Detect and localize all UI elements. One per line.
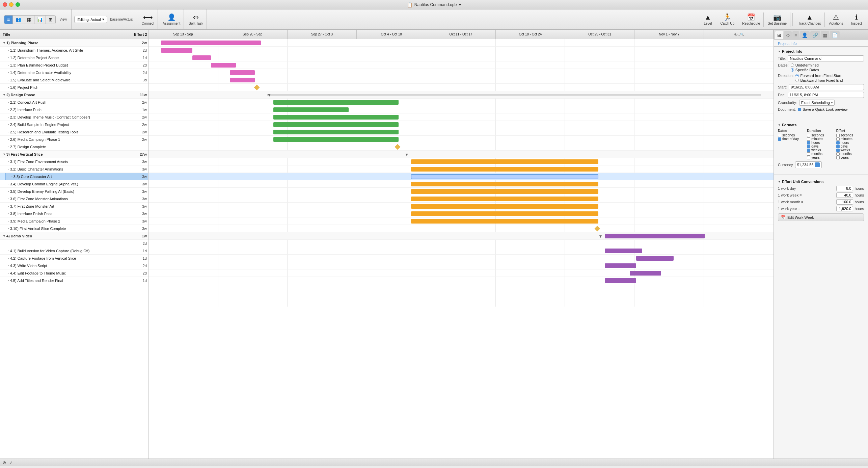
people-view-btn[interactable]: 👥 <box>13 16 24 24</box>
workmonth-hours-input[interactable] <box>836 199 853 205</box>
task-row[interactable]: • 3.6) First Zone Monster Animations 3w <box>0 195 148 203</box>
window-controls[interactable] <box>3 2 20 7</box>
task-bar[interactable] <box>605 263 636 268</box>
workyear-hours-input[interactable] <box>836 206 853 211</box>
title-input[interactable] <box>788 55 864 61</box>
radio-button[interactable] <box>795 79 799 82</box>
currency-select[interactable]: $1,234.56 <box>795 161 822 168</box>
task-bar[interactable] <box>230 70 255 75</box>
task-bar[interactable] <box>273 130 398 134</box>
close-button[interactable] <box>3 2 7 7</box>
task-row[interactable]: • 3.9) Media Campaign Phase 2 3w <box>0 217 148 225</box>
task-row[interactable]: • 3.2) Basic Character Animations 3w <box>0 165 148 173</box>
task-row[interactable]: • 3.7) First Zone Monster Art 3w <box>0 203 148 210</box>
task-row[interactable]: • 2.1) Concept Art Push 2w <box>0 99 148 106</box>
task-bar[interactable] <box>161 48 192 53</box>
direction-backward[interactable]: Backward from Fixed End <box>795 78 843 82</box>
weeks-eff-checkbox[interactable] <box>836 149 840 152</box>
task-row[interactable]: ▼ 2) Design Phase 11w <box>0 91 148 99</box>
timeofday-checkbox[interactable] <box>778 137 781 141</box>
minutes-eff-checkbox[interactable] <box>836 137 840 141</box>
task-bar-selected[interactable] <box>411 174 599 179</box>
view-selector[interactable]: ≡ 👥 ▦ 📊 ⊞ <box>4 15 56 24</box>
reschedule-button[interactable]: 📅 Reschedule <box>740 12 762 27</box>
task-row[interactable]: • 1.3) Plan Estimated Project Budget 2d <box>0 61 148 69</box>
weeks-dur-checkbox[interactable] <box>807 149 810 152</box>
warning-icon[interactable]: ⊘ <box>3 460 6 465</box>
violations-button[interactable]: ⚠ Violations <box>827 12 845 27</box>
task-bar[interactable] <box>411 189 599 194</box>
months-eff-checkbox[interactable] <box>836 152 840 156</box>
task-bar[interactable] <box>273 137 398 142</box>
end-input[interactable] <box>788 92 864 98</box>
task-row[interactable]: • 4.3) Write Video Script 2d <box>0 262 148 269</box>
task-bar[interactable] <box>273 107 348 112</box>
format-item[interactable]: months <box>836 152 864 156</box>
start-input[interactable] <box>789 84 864 90</box>
format-item[interactable]: years <box>836 156 864 159</box>
format-item[interactable]: months <box>807 152 835 156</box>
format-item[interactable]: minutes <box>807 137 835 141</box>
task-row[interactable]: • 1.6) Project Pitch <box>0 84 148 91</box>
format-item[interactable]: seconds <box>807 133 835 137</box>
assignment-button[interactable]: 👤 Assignment <box>161 12 182 27</box>
task-bar[interactable] <box>211 63 236 68</box>
seconds-dates-checkbox[interactable] <box>778 134 781 137</box>
expand-button[interactable]: ▼ <box>3 234 6 238</box>
editing-dropdown[interactable]: Editing: Actual ▾ <box>74 16 107 23</box>
panel-tab-doc[interactable]: 📄 <box>830 31 840 39</box>
format-item[interactable]: weeks <box>807 148 835 152</box>
workweek-hours-input[interactable] <box>836 192 853 198</box>
task-row[interactable]: • 3.5) Develop Enemy Pathing AI (Basic) … <box>0 188 148 195</box>
format-item[interactable]: days <box>836 145 864 148</box>
task-row[interactable]: • 2.3) Develop Theme Music (Contract Com… <box>0 113 148 121</box>
task-row[interactable]: • 3.3) Core Character Art 3w <box>0 173 148 180</box>
days-eff-checkbox[interactable] <box>836 145 840 148</box>
panel-tab-list[interactable]: ≡ <box>792 31 799 39</box>
direction-forward[interactable]: Forward from Fixed Start <box>795 74 843 78</box>
task-row[interactable]: • 3.4) Develop Combat Engine (Alpha Ver.… <box>0 180 148 188</box>
task-bar[interactable] <box>605 278 636 283</box>
dates-undetermined[interactable]: Undetermined <box>791 63 819 67</box>
task-bar[interactable] <box>192 55 211 60</box>
panel-tab-diamond[interactable]: ◇ <box>784 31 792 39</box>
task-row[interactable]: • 4.5) Add Titles and Render Final 1d <box>0 277 148 284</box>
format-item[interactable]: hours <box>807 141 835 145</box>
task-row[interactable]: • 3.10) First Vertical Slice Complete 3w <box>0 225 148 232</box>
panel-tab-link[interactable]: 🔗 <box>810 31 820 39</box>
task-row[interactable]: • 3.8) Interface Polish Pass 3w <box>0 210 148 217</box>
task-bar[interactable] <box>411 167 599 172</box>
task-row[interactable]: • 4.1) Build Version for Video Capture (… <box>0 247 148 255</box>
task-bar[interactable] <box>411 197 599 201</box>
months-dur-checkbox[interactable] <box>807 152 810 156</box>
trackchanges-button[interactable]: ▲ Track Changes <box>796 12 823 27</box>
expand-button[interactable]: ▼ <box>3 153 6 156</box>
task-row[interactable]: • 4.4) Edit Footage to Theme Music 2d <box>0 269 148 277</box>
task-row[interactable]: • 1.4) Determine Contractor Availability… <box>0 69 148 76</box>
currency-checkbox[interactable] <box>815 162 820 167</box>
task-bar[interactable] <box>636 256 674 261</box>
chart-view-btn[interactable]: 📊 <box>34 16 46 24</box>
workday-hours-input[interactable] <box>836 186 853 191</box>
panel-tab-table[interactable]: ▦ <box>821 31 829 39</box>
granularity-select[interactable]: Exact Scheduling ▾ <box>799 100 835 106</box>
maximize-button[interactable] <box>16 2 20 7</box>
task-bar[interactable] <box>411 204 599 209</box>
task-row[interactable]: • 2.5) Research and Evaluate Testing Too… <box>0 128 148 136</box>
format-item[interactable]: days <box>807 145 835 148</box>
collapse-icon[interactable]: ▼ <box>778 180 781 183</box>
list-view-btn[interactable]: ≡ <box>4 16 13 24</box>
task-row[interactable]: • 2.6) Media Campaign Phase 1 2w <box>0 136 148 143</box>
task-bar[interactable] <box>411 219 599 224</box>
seconds-dur-checkbox[interactable] <box>807 134 810 137</box>
task-bar[interactable] <box>273 122 398 127</box>
gantt-body[interactable]: ▼ <box>148 39 774 459</box>
collapse-icon[interactable]: ▼ <box>778 50 781 53</box>
layout-view-btn[interactable]: ⊞ <box>46 16 55 24</box>
radio-button-selected[interactable] <box>791 68 794 72</box>
format-item[interactable]: minutes <box>836 137 864 141</box>
hours-eff-checkbox[interactable] <box>836 141 840 145</box>
task-bar[interactable] <box>161 41 261 45</box>
format-item[interactable]: seconds <box>836 133 864 137</box>
splittask-button[interactable]: ⇔ Split Task <box>187 12 205 27</box>
